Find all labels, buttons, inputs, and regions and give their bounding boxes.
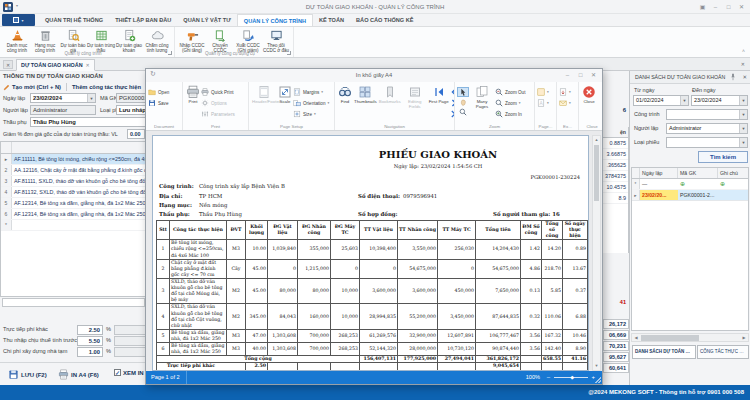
ribbon-collapse-icon[interactable]: ˄ [742,48,745,54]
zoom-out-button[interactable]: Zoom Out [495,87,525,97]
dialog-titlebar[interactable]: ↻ In khổ giấy A4 – □ ✕ [146,69,602,82]
ribbon-button[interactable]: Chấm công tính lương [143,28,171,50]
save-button[interactable]: LƯU (F2) [8,369,47,380]
ribbon-button[interactable]: Dự toán giao khoán [115,28,143,50]
tab-close-icon[interactable]: ✕ [86,62,90,68]
header-footer-button[interactable]: Header/Footer [251,84,277,105]
magnifier-tool-button[interactable] [457,107,469,117]
bookmarks-button[interactable]: Bookmarks [378,84,402,105]
ribbon-button[interactable]: Dự toán trúng thầu [87,28,115,50]
dialog-close-button[interactable]: ✕ [587,69,600,82]
parameters-button[interactable]: Parameters [201,109,235,119]
options-button[interactable]: Options [201,98,235,108]
summary-value-input[interactable]: 1.00 [77,347,103,357]
close-preview-button[interactable]: Close [581,84,597,105]
minimize-button[interactable]: – [709,0,722,14]
add-task-link[interactable]: Thêm công tác thực hiện [72,84,141,90]
export-button[interactable]: ▾ [559,87,571,97]
den-ngay-input[interactable]: 23/02/2024▼ [691,95,748,106]
file-menu-button[interactable]: ▾ [2,14,35,26]
panel-close-icon[interactable]: ✕ [742,71,747,84]
close-button[interactable]: ✕ [735,0,748,14]
orientation-button[interactable]: Orientation▾ [293,98,329,108]
tab-du-toan-giao-khoan[interactable]: DỰ TOÁN GIAO KHOÁN✕ [16,59,95,71]
maximize-button[interactable]: □ [722,0,735,14]
ribbon-tab-3[interactable]: QUẢN LÝ VẬT TƯ [177,14,237,26]
report-column-header: ĐM Số công [521,221,542,240]
preview-checkbox[interactable]: ✓XEM IN [114,369,144,376]
dialog-maximize-button[interactable]: □ [574,69,587,82]
page-color-button[interactable]: ▾ [537,87,549,97]
margins-button[interactable]: Margins▾ [293,87,329,97]
add-icon[interactable]: ⊕ [718,179,748,189]
ribbon-button[interactable]: Danh mục công trình [3,28,31,50]
scale-button[interactable]: Scale [277,84,293,105]
resize-grip[interactable] [595,377,601,383]
dropdown-arrow-icon[interactable]: ▼ [87,94,95,102]
group-dialog-launcher-icon[interactable] [287,51,291,55]
send-email-button[interactable]: ▾ [559,98,571,108]
dialog-minimize-button[interactable]: – [561,69,574,82]
loai-phieu-filter-input[interactable]: ▼ [666,137,748,148]
create-new-link[interactable]: Tạo mới (Ctrl + N) [3,84,61,91]
ribbon-tab-6[interactable]: BÁO CÁO THỐNG KÊ [350,14,420,26]
print-a4-button[interactable]: IN A4 (F6) [58,369,99,380]
empty-field[interactable] [2,298,145,307]
quick-print-button[interactable]: Quick Print [201,87,235,97]
search-button[interactable]: Tìm kiếm [698,151,748,163]
ribbon-tab-2[interactable]: THIẾT LẬP BAN ĐẦU [109,14,177,26]
many-pages-button[interactable]: Many Pages [469,84,495,110]
summary-value-input[interactable]: 2.50 [77,325,103,335]
panel-grid-new-row[interactable]: * — ⊕ ⊕ [632,179,748,190]
pointer-tool-button[interactable] [457,87,469,97]
nguoi-lap-input[interactable]: Administrator [30,105,96,115]
open-button[interactable]: Open [148,87,169,97]
size-button[interactable]: Size▾ [293,109,329,119]
ribbon-button[interactable]: Dự toán báo giá [59,28,87,50]
pin-icon[interactable] [729,73,737,81]
panel-grid-selected-row[interactable]: ▸ 23/02/20... PGK00001-2... [632,190,748,201]
ribbon-button[interactable]: Hạng mục công trình [31,28,59,50]
print-button[interactable]: Print [185,84,201,105]
report-cong-trinh-value: Công trình xây lắp Bệnh Viện B [199,183,285,189]
ribbon-button[interactable]: Xuất CCDC (Ghi giảm) [234,28,262,50]
tu-ngay-input[interactable]: 01/02/2024▼ [633,95,689,106]
ribbon-button[interactable]: Chuyển CCDC [206,28,234,50]
nguoi-lap-filter-input[interactable]: Administrator▼ [666,123,748,134]
report-hang-muc: Hạng mục: [159,202,192,208]
editing-fields-button[interactable]: Editing Fields [402,84,428,110]
panel-horizontal-scrollbar[interactable]: ◀▶ [631,333,749,342]
ribbon-tab-1[interactable]: QUẢN TRỊ HỆ THỐNG [39,14,109,26]
ribbon-button[interactable]: Theo dõi CCDC ở đâu [262,28,290,50]
panel-tab-cong-tac[interactable]: CÔNG TÁC THỰC HIỆN [697,345,749,359]
panel-tab-danh-sach[interactable]: DANH SÁCH DỰ TOÁN GI... [632,345,696,359]
report-date: Ngày lập: 23/02/2024 1:54:56 CH [313,163,563,169]
zoom-slider-thumb[interactable]: ◆ [570,374,574,380]
zoom-button[interactable]: Zoom▾ [495,98,525,108]
cong-trinh-input[interactable]: ▼ [666,109,748,120]
total-value: 361,826,172 [476,356,521,363]
checkbox-checked-icon[interactable]: ✓ [114,369,121,376]
ribbon-button[interactable]: Nhập CCDC (Ghi tăng) [178,28,206,50]
giam-vl-input[interactable]: 0.00 [127,129,145,139]
panel-grid-header[interactable]: Ngày lập Mã GK Ghi chú [632,168,748,179]
thumbnails-button[interactable]: Thumbnails [353,84,378,105]
zoom-in-button[interactable]: Zoom In [495,109,525,119]
style-button[interactable]: ▣ [696,0,709,14]
row-indicator: 2 [1,165,12,175]
ngay-lap-input[interactable]: 23/02/2024▼ [30,93,96,103]
ribbon-tab-5[interactable]: KẾ TOÁN [313,14,350,26]
summary-value-input[interactable]: 5.50 [77,336,103,346]
tabstrip-close-button[interactable]: ✕ [3,60,13,69]
ribbon-tab-4[interactable]: QUẢN LÝ CÔNG TRÌNH [237,14,313,26]
hand-tool-button[interactable] [457,97,469,107]
preview-vertical-scrollbar[interactable]: ▲▼ [592,135,601,371]
zoom-slider-minus[interactable]: – [547,371,550,383]
watermark-button[interactable]: A▾ [537,98,549,108]
tabstrip-menu-icon[interactable]: ✕ [741,61,745,67]
save-button[interactable]: Save [148,98,169,108]
group-dialog-launcher-icon[interactable] [168,51,172,55]
find-button[interactable]: Find [337,84,353,105]
add-icon[interactable]: ⊕ [678,179,718,189]
first-page-button[interactable]: First Page [428,84,450,105]
